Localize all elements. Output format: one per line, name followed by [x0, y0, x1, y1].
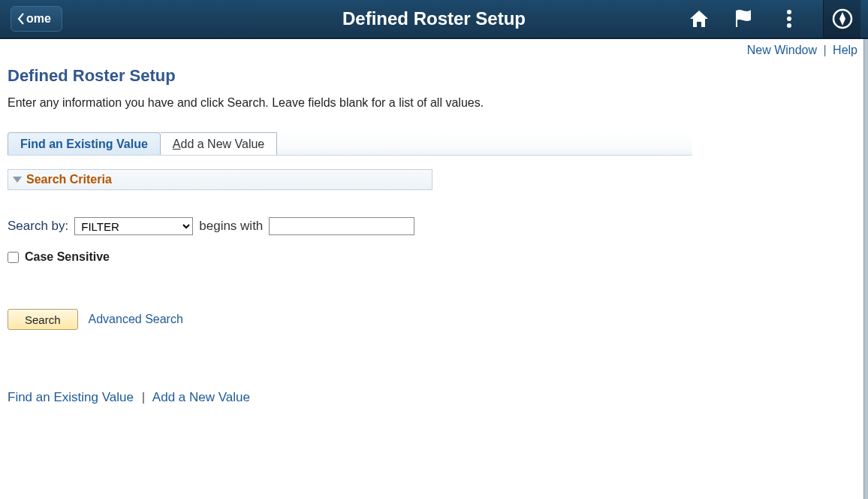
flag-icon[interactable]: [733, 8, 755, 30]
page-title: Defined Roster Setup: [8, 66, 860, 86]
search-button[interactable]: Search: [8, 309, 78, 330]
home-icon[interactable]: [688, 8, 710, 30]
case-sensitive-checkbox[interactable]: [8, 252, 19, 263]
collapse-icon[interactable]: [13, 177, 22, 183]
link-separator: |: [823, 44, 826, 56]
bottom-find-link[interactable]: Find an Existing Value: [8, 390, 134, 404]
tab-add-new[interactable]: Add a New Value: [161, 132, 277, 155]
bottom-links: Find an Existing Value | Add a New Value: [8, 390, 860, 405]
header-icons: [688, 0, 868, 38]
tab-add-accesskey: A: [173, 138, 181, 151]
right-scroll-border: [863, 39, 868, 499]
advanced-search-link[interactable]: Advanced Search: [89, 313, 183, 326]
action-row: Search Advanced Search: [8, 309, 860, 330]
case-sensitive-label: Case Sensitive: [25, 250, 110, 264]
svg-point-0: [787, 10, 791, 14]
help-link[interactable]: Help: [833, 44, 857, 56]
more-icon[interactable]: [778, 8, 800, 30]
svg-point-1: [787, 17, 791, 21]
tab-add-rest: dd a New Value: [180, 138, 264, 151]
back-home-button[interactable]: ome: [11, 6, 62, 32]
bottom-separator: |: [142, 390, 145, 404]
case-sensitive-row: Case Sensitive: [8, 250, 860, 264]
search-by-label: Search by:: [8, 219, 68, 234]
back-label: ome: [26, 12, 51, 26]
tab-find-existing[interactable]: Find an Existing Value: [8, 132, 161, 155]
top-links: New Window | Help: [0, 39, 868, 57]
content-area: Defined Roster Setup Enter any informati…: [0, 57, 868, 405]
bottom-add-link[interactable]: Add a New Value: [152, 390, 250, 404]
app-header: ome Defined Roster Setup: [0, 0, 868, 39]
new-window-link[interactable]: New Window: [747, 44, 817, 56]
search-value-input[interactable]: [269, 217, 414, 235]
tab-bar: Find an Existing Value Add a New Value: [8, 132, 692, 156]
chevron-left-icon: [17, 13, 25, 25]
search-criteria-header: Search Criteria: [8, 169, 432, 190]
search-by-select[interactable]: FILTER: [74, 217, 193, 235]
compass-icon[interactable]: [823, 0, 860, 38]
page-instruction: Enter any information you have and click…: [8, 96, 860, 110]
svg-point-2: [787, 23, 791, 28]
search-row: Search by: FILTER begins with: [8, 217, 860, 235]
operator-label: begins with: [199, 219, 263, 234]
search-criteria-label: Search Criteria: [26, 173, 112, 186]
